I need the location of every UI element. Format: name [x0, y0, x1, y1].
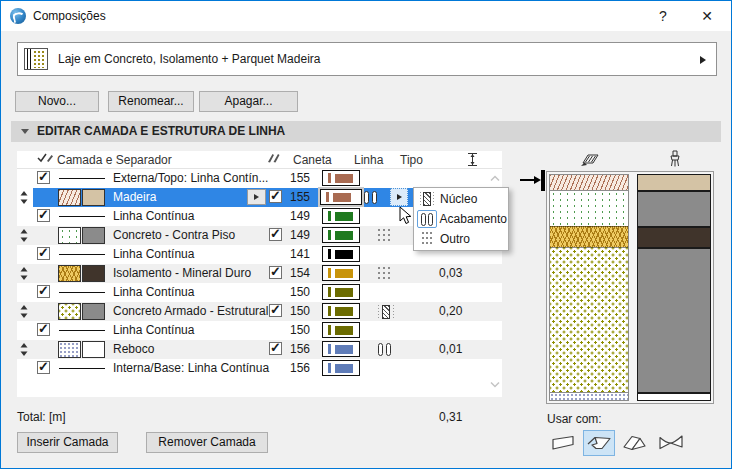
preview-fill-band [550, 190, 628, 226]
expand-arrow-icon[interactable] [700, 56, 706, 64]
layer-visibility-checkbox[interactable] [269, 342, 282, 355]
layer-visibility-checkbox[interactable] [269, 190, 282, 203]
row-label: Concreto Armado - Estrutural [113, 302, 268, 321]
separator-row[interactable]: Linha Contínua150 [17, 283, 502, 302]
use-with-slab-button[interactable] [583, 430, 615, 456]
pen-number[interactable]: 149 [290, 207, 310, 226]
drag-handle-icon[interactable] [20, 305, 28, 321]
line-sample-button[interactable] [322, 170, 360, 186]
scroll-up-icon[interactable] [489, 171, 501, 179]
line-sample-button[interactable] [322, 360, 360, 376]
layer-visibility-checkbox[interactable] [269, 266, 282, 279]
close-button[interactable]: ✕ [689, 1, 725, 31]
layer-visibility-checkbox[interactable] [269, 304, 282, 317]
composition-selector[interactable]: Laje em Concreto, Isolamento + Parquet M… [17, 42, 717, 76]
core-marker-arrow-icon [534, 176, 541, 184]
separator-checkbox[interactable] [37, 209, 50, 222]
preview-fill-column [549, 174, 629, 401]
separator-row[interactable]: Interna/Base: Linha Contínua156 [17, 359, 502, 378]
layer-row[interactable]: Isolamento - Mineral Duro1540,03 [17, 264, 502, 283]
table-header: Camada e Separador Caneta Linha Tipo [17, 151, 502, 169]
pen-number[interactable]: 150 [290, 283, 310, 302]
pens-icon [266, 152, 280, 169]
line-sample-button[interactable] [322, 341, 360, 357]
preview-fill-band [550, 226, 628, 247]
preview-surface-band [638, 190, 710, 226]
separator-checkbox[interactable] [37, 361, 50, 374]
row-label: Externa/Topo: Linha Contín... [113, 169, 268, 188]
pen-number[interactable]: 155 [290, 188, 310, 207]
separator-checkbox[interactable] [37, 247, 50, 260]
drag-handle-icon[interactable] [20, 191, 28, 207]
type-acabamento-icon[interactable] [364, 190, 377, 205]
line-sample-button[interactable] [322, 284, 360, 300]
line-sample-button[interactable] [320, 189, 362, 205]
line-sample-button[interactable] [322, 303, 360, 319]
layer-row[interactable]: Concreto Armado - Estrutural1500,20 [17, 302, 502, 321]
pen-number[interactable]: 149 [290, 226, 310, 245]
core-marker-bar [541, 170, 545, 191]
pen-number[interactable]: 150 [290, 321, 310, 340]
separator-line [59, 292, 105, 293]
nucleo-icon [417, 190, 437, 208]
separator-checkbox[interactable] [37, 323, 50, 336]
line-sample-button[interactable] [322, 265, 360, 281]
help-button[interactable]: ? [645, 1, 681, 31]
line-sample-button[interactable] [322, 208, 360, 224]
drag-handle-icon[interactable] [20, 267, 28, 283]
remove-layer-button[interactable]: Remover Camada [146, 432, 268, 453]
pen-number[interactable]: 156 [290, 359, 310, 378]
type-outro-icon[interactable] [378, 228, 390, 243]
thickness-value[interactable]: 0,03 [439, 264, 462, 283]
pen-number[interactable]: 155 [290, 169, 310, 188]
separator-line [59, 216, 105, 217]
drag-handle-icon[interactable] [20, 343, 28, 359]
pen-number[interactable]: 141 [290, 245, 310, 264]
layer-surface-swatch [82, 341, 105, 358]
composite-preview [546, 171, 714, 404]
layer-row[interactable]: Reboco1560,01 [17, 340, 502, 359]
pen-number[interactable]: 156 [290, 340, 310, 359]
rename-button[interactable]: Renomear... [108, 91, 194, 112]
section-header-edit-layers[interactable]: EDITAR CAMADA E ESTRUTURA DE LINHA [11, 121, 721, 142]
use-with-shell-button[interactable] [655, 430, 687, 456]
archicad-logo-icon [10, 8, 26, 24]
delete-button[interactable]: Apagar... [199, 91, 298, 112]
scroll-down-icon[interactable] [489, 377, 501, 385]
type-acabamento-icon[interactable] [378, 342, 391, 357]
title-bar[interactable]: Composições ? ✕ [1, 1, 731, 31]
preview-fill-band [550, 247, 628, 392]
pen-number[interactable]: 154 [290, 264, 310, 283]
line-sample-button[interactable] [322, 322, 360, 338]
slab-icon [586, 434, 612, 452]
preview-fill-band [550, 175, 628, 190]
header-type: Tipo [400, 152, 423, 169]
row-expand-arrow-button[interactable] [247, 189, 266, 205]
new-button[interactable]: Novo... [15, 91, 99, 112]
popup-item-nucleo[interactable]: Núcleo [415, 189, 507, 209]
separator-checkbox[interactable] [37, 285, 50, 298]
line-sample-button[interactable] [322, 246, 360, 262]
separator-checkbox[interactable] [37, 171, 50, 184]
pen-number[interactable]: 150 [290, 302, 310, 321]
layer-visibility-checkbox[interactable] [269, 228, 282, 241]
row-label: Linha Contínua [113, 283, 194, 302]
insert-layer-button[interactable]: Inserir Camada [17, 432, 118, 453]
use-with-wall-button[interactable] [547, 430, 579, 456]
type-dropdown-button[interactable] [390, 188, 408, 206]
layer-fill-swatch [58, 189, 81, 206]
popup-item-acabamento[interactable]: Acabamento [415, 209, 507, 229]
separator-row[interactable]: Linha Contínua150 [17, 321, 502, 340]
layer-surface-swatch [82, 303, 105, 320]
type-outro-icon[interactable] [378, 266, 390, 281]
separator-row[interactable]: Externa/Topo: Linha Contín...155 [17, 169, 502, 188]
header-line: Linha [354, 152, 383, 169]
use-with-roof-button[interactable] [619, 430, 651, 456]
row-label: Interna/Base: Linha Contínua [113, 359, 269, 378]
thickness-value[interactable]: 0,01 [439, 340, 462, 359]
popup-item-outro[interactable]: Outro [415, 229, 507, 249]
type-nucleo-icon[interactable] [378, 304, 394, 319]
thickness-value[interactable]: 0,20 [439, 302, 462, 321]
drag-handle-icon[interactable] [20, 229, 28, 245]
line-sample-button[interactable] [322, 227, 360, 243]
